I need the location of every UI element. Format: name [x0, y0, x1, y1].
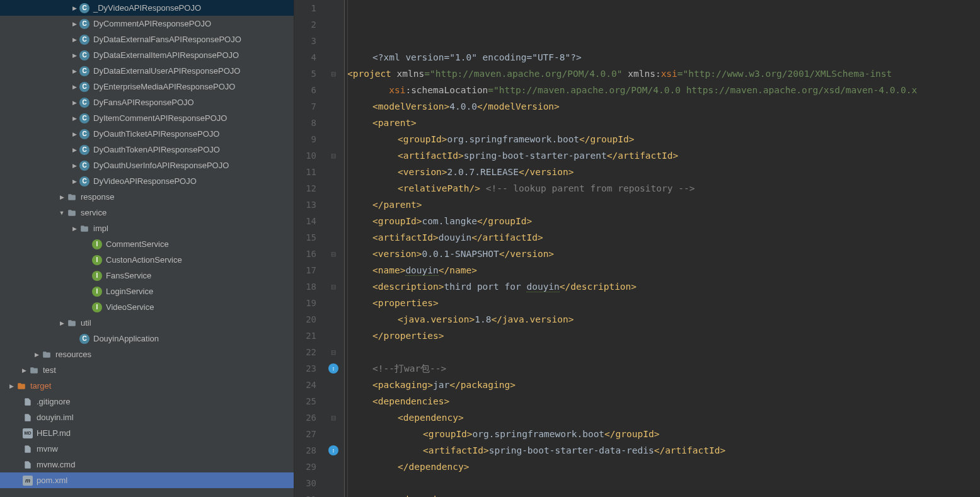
class-icon: C	[79, 35, 89, 45]
expand-icon[interactable]: ▶	[69, 3, 79, 13]
code-line[interactable]: <modelVersion>4.0.0</modelVersion>	[347, 98, 980, 115]
expand-icon[interactable]: ▶	[69, 66, 79, 76]
code-line[interactable]	[347, 344, 980, 360]
code-line[interactable]: <project xmlns="http://maven.apache.org/…	[347, 66, 980, 82]
tree-item[interactable]: ▶CDyOauthUserInfoAPIResponsePOJO	[0, 157, 294, 173]
expand-icon[interactable]: ▶	[69, 145, 79, 155]
tree-item[interactable]: ▶MDHELP.md	[0, 425, 294, 441]
tree-item[interactable]: ▶C_DyVideoAPIResponsePOJO	[0, 0, 294, 16]
code-line[interactable]: <version>0.0.1-SNAPSHOT</version>	[347, 246, 980, 262]
tree-item[interactable]: ▶CDyCommentAPIResponsePOJO	[0, 16, 294, 31]
code-area[interactable]: <?xml version="1.0" encoding="UTF-8"?><p…	[345, 0, 980, 497]
expand-icon[interactable]: ▶	[69, 129, 79, 139]
tree-item[interactable]: ▶CDyDataExternalItemAPIResponsePOJO	[0, 47, 294, 63]
tree-item[interactable]: ▶response	[0, 189, 294, 205]
code-line[interactable]: <properties>	[347, 295, 980, 311]
line-number: 6	[294, 82, 316, 98]
tree-item[interactable]: ▼service	[0, 205, 294, 220]
tree-item[interactable]: ▶mvnw	[0, 441, 294, 457]
fold-handle-icon[interactable]: ⊟	[331, 283, 336, 290]
fold-handle-icon[interactable]: ⊟	[331, 71, 336, 77]
expand-icon[interactable]: ▶	[69, 82, 79, 92]
code-line[interactable]: </dependency>	[347, 459, 980, 475]
expand-icon[interactable]: ▶	[69, 224, 79, 234]
gutter-marker-icon[interactable]: ↕	[328, 363, 338, 374]
tree-item[interactable]: ▶ILoginService	[0, 283, 294, 299]
fold-handle-icon[interactable]: ⊟	[331, 414, 336, 421]
expand-icon[interactable]: ▶	[57, 318, 67, 328]
tree-item[interactable]: ▶CDyOauthTicketAPIResponsePOJO	[0, 126, 294, 142]
code-line[interactable]: <version>2.0.7.RELEASE</version>	[347, 164, 980, 180]
tree-item[interactable]: ▶ICommentService	[0, 236, 294, 252]
code-token: </groupId>	[579, 134, 634, 144]
code-line[interactable]: <groupId>com.langke</groupId>	[347, 213, 980, 229]
tree-item[interactable]: ▶CDouyinApplication	[0, 331, 294, 346]
code-line[interactable]: <artifactId>spring-boot-starter-parent</…	[347, 147, 980, 164]
collapse-icon[interactable]: ▼	[57, 208, 67, 218]
expand-icon[interactable]: ▶	[69, 98, 79, 108]
tree-item[interactable]: ▶IVideoService	[0, 299, 294, 315]
tree-item[interactable]: ▶douyin.iml	[0, 409, 294, 425]
code-line[interactable]: <?xml version="1.0" encoding="UTF-8"?>	[347, 49, 980, 66]
tree-item[interactable]: ▶ICustonActionService	[0, 252, 294, 268]
tree-item-label: DyCommentAPIResponsePOJO	[93, 19, 211, 28]
tree-item[interactable]: ▶.gitignore	[0, 394, 294, 409]
tree-item[interactable]: ▶impl	[0, 220, 294, 236]
tree-item[interactable]: ▶util	[0, 315, 294, 331]
fold-handle-icon[interactable]: ⊟	[331, 152, 336, 159]
tree-item-label: DouyinApplication	[93, 334, 159, 343]
gutter-marker-icon[interactable]: ↕	[328, 445, 338, 455]
tree-item[interactable]: ▶target	[0, 378, 294, 394]
tree-item[interactable]: ▶CDyDataExternalFansAPIResponsePOJO	[0, 31, 294, 47]
code-line[interactable]: xsi:schemaLocation="http://maven.apache.…	[347, 82, 980, 98]
fold-handle-icon[interactable]: ⊟	[331, 349, 336, 356]
code-line[interactable]: </parent>	[347, 197, 980, 213]
tree-item[interactable]: ▶mpom.xml	[0, 472, 294, 488]
code-line[interactable]: <artifactId>spring-boot-starter-data-red…	[347, 442, 980, 459]
code-line[interactable]: <dependency>	[347, 491, 980, 497]
fold-handle-icon[interactable]: ⊟	[331, 251, 336, 258]
expand-icon[interactable]: ▶	[69, 19, 79, 29]
fold-gutter[interactable]: ⊟⊟⊟⊟⊟⊟↕⊟⊟↕	[326, 0, 345, 497]
interface-icon: I	[92, 255, 102, 265]
tree-item[interactable]: ▶CDyOauthTokenAPIResponsePOJO	[0, 142, 294, 157]
code-line[interactable]: <groupId>org.springframework.boot</group…	[347, 426, 980, 442]
code-line[interactable]: <groupId>org.springframework.boot</group…	[347, 131, 980, 147]
code-token: </artifactId>	[607, 151, 679, 161]
tree-item[interactable]: ▶IFansService	[0, 268, 294, 283]
code-editor[interactable]: 1234567891011121314151617181920212223242…	[294, 0, 980, 497]
code-line[interactable]: <description>third port for douyin</desc…	[347, 278, 980, 295]
tree-item[interactable]: ▶test	[0, 362, 294, 378]
tree-item[interactable]: ▶CDyItemCommentAPIResponsePOJO	[0, 110, 294, 126]
code-line[interactable]: <dependencies>	[347, 393, 980, 409]
expand-icon[interactable]: ▶	[19, 365, 29, 375]
code-token: </artifactId>	[471, 232, 543, 243]
expand-icon[interactable]: ▶	[6, 381, 16, 391]
expand-icon[interactable]: ▶	[69, 50, 79, 60]
code-line[interactable]: <parent>	[347, 115, 980, 131]
tree-item[interactable]: ▶CDyDataExternalUserAPIResponsePOJO	[0, 63, 294, 79]
tree-item[interactable]: ▶resources	[0, 346, 294, 362]
line-number: 16	[294, 246, 316, 262]
tree-item[interactable]: ▶CDyFansAPIResponsePOJO	[0, 94, 294, 110]
tree-item[interactable]: ▶CDyVideoAPIResponsePOJO	[0, 173, 294, 189]
code-line[interactable]: <name>douyin</name>	[347, 262, 980, 278]
code-line[interactable]: <dependency>	[347, 409, 980, 426]
tree-item-label: mvnw.cmd	[37, 460, 75, 469]
code-line[interactable]: <!--打war包-->	[347, 360, 980, 377]
code-line[interactable]: <relativePath/> <!-- lookup parent from …	[347, 180, 980, 197]
code-line[interactable]: <java.version>1.8</java.version>	[347, 311, 980, 328]
tree-item[interactable]: ▶CDyEnterpriseMediaAPIResponsePOJO	[0, 79, 294, 94]
expand-icon[interactable]: ▶	[69, 35, 79, 45]
code-line[interactable]: <artifactId>douyin</artifactId>	[347, 229, 980, 246]
code-line[interactable]	[347, 475, 980, 491]
expand-icon[interactable]: ▶	[32, 350, 42, 360]
code-line[interactable]: </properties>	[347, 328, 980, 344]
tree-item[interactable]: ▶mvnw.cmd	[0, 457, 294, 472]
expand-icon[interactable]: ▶	[69, 161, 79, 171]
project-tree[interactable]: ▶C_DyVideoAPIResponsePOJO▶CDyCommentAPIR…	[0, 0, 294, 497]
expand-icon[interactable]: ▶	[57, 192, 67, 202]
code-line[interactable]: <packaging>jar</packaging>	[347, 377, 980, 393]
expand-icon[interactable]: ▶	[69, 176, 79, 186]
expand-icon[interactable]: ▶	[69, 113, 79, 123]
